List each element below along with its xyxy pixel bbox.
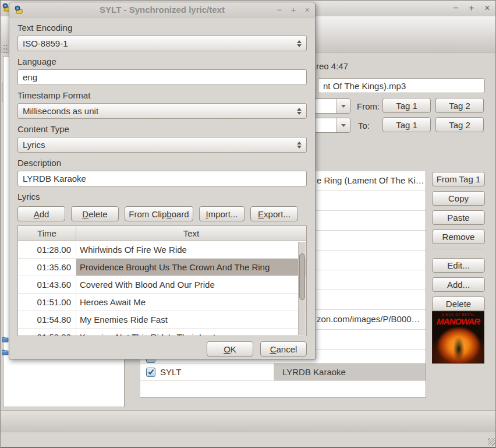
from-tag1-button[interactable]: Tag 1 [382, 98, 431, 113]
timestamp-format-label: Timestamp Format [17, 90, 307, 100]
close-button[interactable]: × [481, 2, 493, 14]
to-tag2-button[interactable]: Tag 2 [435, 117, 484, 132]
toolbar-grip-handle[interactable] [3, 44, 8, 55]
ok-button[interactable]: OK [207, 341, 253, 357]
lyric-row[interactable]: 01:28.00Whirlwinds Of Fire We Ride [18, 241, 306, 259]
folder-icon[interactable] [2, 336, 9, 343]
frame-table-row[interactable] [316, 330, 426, 350]
dialog-maximize-button[interactable]: + [288, 3, 299, 15]
copy-button[interactable]: Copy [432, 191, 485, 206]
lyrics-table-header[interactable]: Time Text [18, 226, 306, 241]
frame-name-label: SYLT [160, 367, 181, 377]
chevron-down-icon[interactable] [336, 99, 350, 113]
from-clipboard-button[interactable]: From Clipboard [125, 206, 193, 221]
checkbox-checked-icon[interactable] [146, 359, 155, 363]
text-column-header[interactable]: Text [76, 226, 306, 241]
frame-table-row[interactable] [316, 231, 426, 251]
album-art-thumbnail[interactable]: KINGS OF METAL MANOWAR [432, 311, 484, 364]
frame-value-cell[interactable]: LYRDB Karaoke [274, 364, 426, 380]
from-label: From: [357, 101, 380, 111]
import-button[interactable]: Import... [199, 206, 245, 221]
lyric-text-cell[interactable]: Heroes Await Me [76, 294, 306, 311]
lyrics-rows: 01:28.00Whirlwinds Of Fire We Ride01:35.… [18, 241, 306, 336]
sylt-dialog: SYLT - Synchronized lyric/text − + × Tex… [9, 2, 316, 359]
from-tag1-frames-button[interactable]: From Tag 1 [432, 172, 485, 186]
dialog-titlebar[interactable]: SYLT - Synchronized lyric/text − + × [9, 2, 315, 17]
album-art-artwork [433, 324, 484, 364]
maximize-button[interactable]: + [466, 2, 477, 14]
cancel-button[interactable]: Cancel [260, 341, 307, 357]
lyrics-table[interactable]: Time Text 01:28.00Whirlwinds Of Fire We … [17, 225, 307, 336]
button-separator [433, 249, 484, 253]
add-button[interactable]: Add [17, 206, 65, 221]
lyric-row[interactable]: 01:54.80My Enemies Ride Fast [18, 311, 306, 329]
frame-table-row[interactable]: zon.com/images/P/B000… [316, 310, 426, 330]
frame-table-row[interactable]: e Ring (Lament Of The Ki… [316, 171, 426, 191]
lyric-row[interactable]: 01:51.00Heroes Await Me [18, 294, 306, 311]
frame-table-row[interactable] [316, 270, 426, 290]
minimize-button[interactable]: − [450, 2, 462, 14]
frame-table-row[interactable] [316, 290, 426, 310]
language-label: Language [17, 57, 307, 66]
filename-input[interactable] [318, 78, 485, 93]
spinner-arrows-icon[interactable] [297, 40, 302, 47]
language-input[interactable] [17, 69, 307, 85]
lyric-text-cell[interactable]: Knowing Not This Ride's Their Last [76, 329, 306, 336]
lyrics-scrollbar[interactable] [298, 242, 306, 335]
frame-table-row[interactable] [316, 251, 426, 270]
delete-button[interactable]: Delete [71, 206, 119, 221]
spinner-arrows-icon[interactable] [297, 108, 302, 115]
add-frame-button[interactable]: Add... [432, 277, 485, 292]
lyric-row[interactable]: 01:58.80Knowing Not This Ride's Their La… [18, 329, 306, 336]
remove-button[interactable]: Remove [432, 230, 485, 244]
to-label: To: [358, 121, 370, 130]
checkbox-checked-icon[interactable] [146, 368, 155, 377]
resize-grip-handle[interactable] [488, 438, 495, 446]
lyrics-scrollbar-thumb[interactable] [299, 253, 305, 300]
content-type-combo[interactable]: Lyrics [17, 137, 307, 153]
lyric-time-cell[interactable]: 01:58.80 [18, 329, 76, 336]
lyric-text-cell[interactable]: Covered With Blood And Our Pride [76, 276, 306, 293]
lyric-time-cell[interactable]: 01:35.60 [18, 259, 76, 276]
lyric-row[interactable]: 01:35.60Providence Brought Us The Crown … [18, 259, 306, 276]
player-toolbar: 05 The Crown And The Ring (Lament Of The… [1, 410, 496, 432]
combo-value: Milliseconds as unit [23, 106, 98, 116]
dialog-close-button[interactable]: × [302, 3, 313, 15]
file-details-text: reo 4:47 [316, 61, 348, 71]
export-button[interactable]: Export... [250, 206, 298, 221]
to-tag1-button[interactable]: Tag 1 [382, 117, 431, 132]
lyric-time-cell[interactable]: 01:43.60 [18, 276, 76, 293]
frame-table-row[interactable] [316, 211, 426, 231]
content-type-label: Content Type [17, 124, 307, 134]
frame-table-bottom[interactable]: SYLT LYRDB Karaoke [140, 359, 426, 398]
lyric-time-cell[interactable]: 01:54.80 [18, 311, 76, 328]
frame-table[interactable]: e Ring (Lament Of The Ki…zon.com/images/… [316, 171, 426, 359]
lyrics-label: Lyrics [17, 192, 307, 202]
time-column-header[interactable]: Time [18, 226, 76, 241]
paste-button[interactable]: Paste [432, 210, 485, 225]
from-tag2-button[interactable]: Tag 2 [435, 98, 484, 113]
text-encoding-combo[interactable]: ISO-8859-1 [17, 36, 307, 51]
edit-button[interactable]: Edit... [432, 258, 485, 273]
lyric-text-cell[interactable]: My Enemies Ride Fast [76, 311, 306, 328]
frame-buttons-column: From Tag 1CopyPasteRemoveEdit...Add...De… [432, 172, 485, 316]
description-input[interactable] [17, 171, 307, 186]
folder-icon[interactable] [2, 348, 9, 355]
frame-table-row[interactable] [316, 191, 426, 211]
lyric-time-cell[interactable]: 01:28.00 [18, 241, 76, 258]
lyric-time-cell[interactable]: 01:51.00 [18, 294, 76, 311]
lyric-text-cell[interactable]: Whirlwinds Of Fire We Ride [76, 241, 306, 258]
frame-name-cell[interactable]: SYLT [140, 364, 274, 380]
chevron-down-icon[interactable] [336, 118, 350, 132]
spinner-arrows-icon[interactable] [297, 142, 302, 149]
lyric-text-cell-selected[interactable]: Providence Brought Us The Crown And The … [76, 259, 306, 276]
combo-value: Lyrics [23, 140, 45, 150]
delete-frame-button[interactable]: Delete [432, 297, 485, 311]
dialog-minimize-button[interactable]: − [274, 3, 285, 15]
timestamp-format-combo[interactable]: Milliseconds as unit [17, 103, 307, 119]
description-label: Description [17, 158, 307, 168]
combo-value: ISO-8859-1 [23, 38, 68, 48]
lyric-row[interactable]: 01:43.60Covered With Blood And Our Pride [18, 276, 306, 294]
table-row-sylt[interactable]: SYLT LYRDB Karaoke [140, 364, 426, 381]
table-row[interactable] [140, 359, 426, 364]
